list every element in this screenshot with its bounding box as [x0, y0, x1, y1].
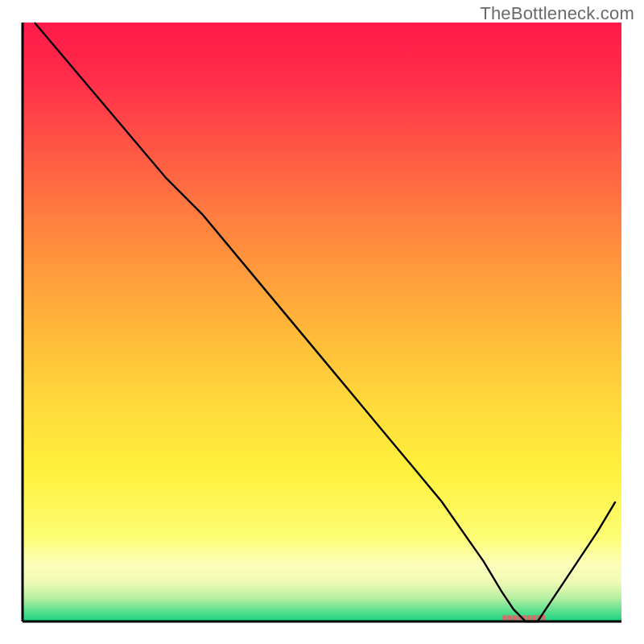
- svg-rect-2: [512, 615, 516, 620]
- svg-rect-0: [502, 615, 506, 620]
- gradient-background: [23, 23, 621, 621]
- chart-container: TheBottleneck.com: [0, 0, 644, 644]
- svg-rect-6: [532, 615, 536, 620]
- svg-rect-5: [527, 615, 531, 620]
- chart-svg: [0, 0, 644, 644]
- watermark-label: TheBottleneck.com: [480, 3, 634, 24]
- svg-rect-1: [507, 615, 511, 620]
